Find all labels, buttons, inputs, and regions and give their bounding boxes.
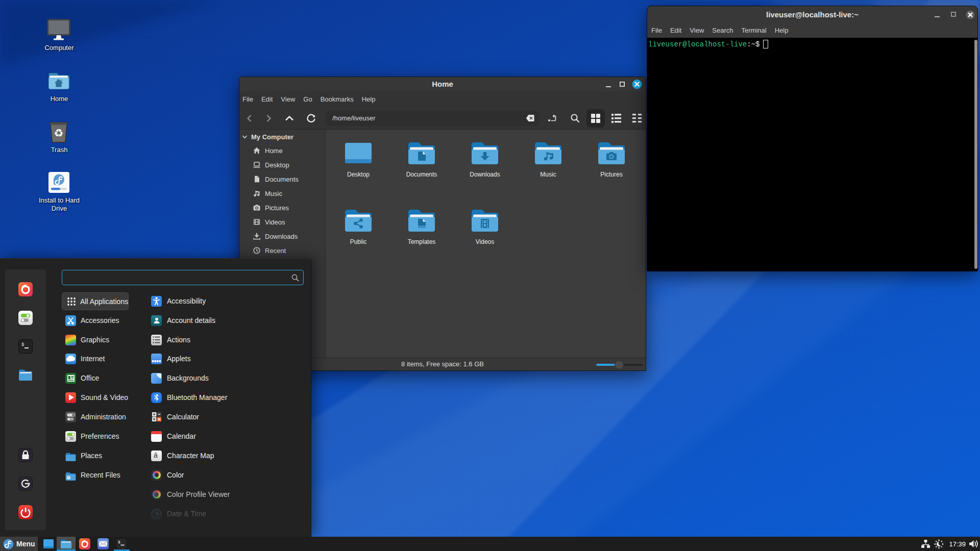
svg-text:$: $ <box>21 342 24 347</box>
svg-text:$: $ <box>118 540 120 544</box>
svg-text:♻: ♻ <box>54 127 64 139</box>
